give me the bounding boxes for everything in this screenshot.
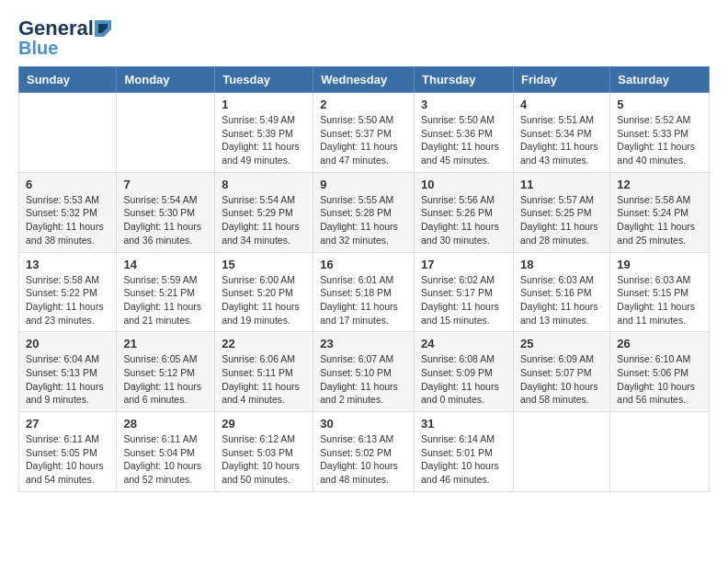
- calendar-cell: 22Sunrise: 6:06 AM Sunset: 5:11 PM Dayli…: [215, 332, 313, 412]
- day-number: 2: [320, 98, 407, 111]
- day-number: 13: [26, 258, 109, 271]
- day-number: 24: [421, 337, 506, 350]
- calendar-week-row: 13Sunrise: 5:58 AM Sunset: 5:22 PM Dayli…: [19, 252, 710, 332]
- calendar-cell: 8Sunrise: 5:54 AM Sunset: 5:29 PM Daylig…: [215, 172, 313, 252]
- day-info: Sunrise: 5:57 AM Sunset: 5:25 PM Dayligh…: [520, 193, 603, 247]
- day-number: 15: [222, 258, 306, 271]
- day-number: 20: [26, 337, 109, 350]
- day-info: Sunrise: 5:58 AM Sunset: 5:22 PM Dayligh…: [26, 273, 109, 327]
- calendar-cell: 28Sunrise: 6:11 AM Sunset: 5:04 PM Dayli…: [117, 412, 215, 492]
- day-number: 28: [123, 417, 208, 431]
- calendar-cell: 9Sunrise: 5:55 AM Sunset: 5:28 PM Daylig…: [313, 172, 415, 252]
- day-info: Sunrise: 6:10 AM Sunset: 5:06 PM Dayligh…: [617, 352, 702, 407]
- day-info: Sunrise: 6:03 AM Sunset: 5:15 PM Dayligh…: [617, 273, 702, 327]
- day-number: 19: [617, 258, 702, 271]
- day-info: Sunrise: 6:00 AM Sunset: 5:20 PM Dayligh…: [222, 273, 306, 327]
- day-number: 21: [123, 337, 208, 350]
- day-number: 11: [520, 178, 603, 191]
- calendar-cell: 21Sunrise: 6:05 AM Sunset: 5:12 PM Dayli…: [117, 332, 215, 412]
- day-info: Sunrise: 6:11 AM Sunset: 5:05 PM Dayligh…: [26, 432, 109, 487]
- calendar-cell: 13Sunrise: 5:58 AM Sunset: 5:22 PM Dayli…: [19, 252, 117, 332]
- day-info: Sunrise: 5:55 AM Sunset: 5:28 PM Dayligh…: [320, 193, 407, 247]
- day-info: Sunrise: 6:02 AM Sunset: 5:17 PM Dayligh…: [421, 273, 506, 327]
- calendar-cell: [117, 93, 215, 173]
- calendar-cell: 2Sunrise: 5:50 AM Sunset: 5:37 PM Daylig…: [313, 93, 415, 173]
- day-number: 1: [222, 98, 306, 111]
- day-number: 6: [26, 178, 109, 191]
- calendar-cell: 19Sunrise: 6:03 AM Sunset: 5:15 PM Dayli…: [610, 252, 710, 332]
- calendar-cell: 10Sunrise: 5:56 AM Sunset: 5:26 PM Dayli…: [415, 172, 514, 252]
- calendar-cell: 30Sunrise: 6:13 AM Sunset: 5:02 PM Dayli…: [313, 412, 415, 492]
- day-number: 25: [520, 337, 603, 350]
- day-info: Sunrise: 5:54 AM Sunset: 5:30 PM Dayligh…: [123, 193, 208, 247]
- calendar-table: SundayMondayTuesdayWednesdayThursdayFrid…: [18, 66, 710, 492]
- col-header-friday: Friday: [513, 67, 609, 93]
- day-number: 30: [320, 417, 407, 431]
- calendar-cell: 6Sunrise: 5:53 AM Sunset: 5:32 PM Daylig…: [19, 172, 117, 252]
- calendar-cell: 1Sunrise: 5:49 AM Sunset: 5:39 PM Daylig…: [215, 93, 313, 173]
- col-header-wednesday: Wednesday: [313, 67, 415, 93]
- day-info: Sunrise: 6:12 AM Sunset: 5:03 PM Dayligh…: [222, 432, 306, 487]
- calendar-header-row: SundayMondayTuesdayWednesdayThursdayFrid…: [19, 67, 710, 93]
- day-number: 4: [520, 98, 603, 111]
- day-info: Sunrise: 5:54 AM Sunset: 5:29 PM Dayligh…: [222, 193, 306, 247]
- calendar-cell: [19, 93, 117, 173]
- day-info: Sunrise: 6:13 AM Sunset: 5:02 PM Dayligh…: [320, 432, 407, 487]
- day-info: Sunrise: 6:06 AM Sunset: 5:11 PM Dayligh…: [222, 352, 306, 407]
- logo-icon: [95, 20, 111, 37]
- calendar-cell: 15Sunrise: 6:00 AM Sunset: 5:20 PM Dayli…: [215, 252, 313, 332]
- day-info: Sunrise: 5:56 AM Sunset: 5:26 PM Dayligh…: [421, 193, 506, 247]
- day-info: Sunrise: 5:51 AM Sunset: 5:34 PM Dayligh…: [520, 113, 603, 167]
- day-info: Sunrise: 6:03 AM Sunset: 5:16 PM Dayligh…: [520, 273, 603, 327]
- day-info: Sunrise: 5:59 AM Sunset: 5:21 PM Dayligh…: [123, 273, 208, 327]
- logo: General Blue: [18, 18, 112, 57]
- logo-blue: Blue: [18, 39, 58, 57]
- calendar-week-row: 6Sunrise: 5:53 AM Sunset: 5:32 PM Daylig…: [19, 172, 710, 252]
- day-number: 12: [617, 178, 702, 191]
- day-info: Sunrise: 5:53 AM Sunset: 5:32 PM Dayligh…: [26, 193, 109, 247]
- calendar-cell: 16Sunrise: 6:01 AM Sunset: 5:18 PM Dayli…: [313, 252, 415, 332]
- col-header-monday: Monday: [117, 67, 215, 93]
- calendar-cell: 24Sunrise: 6:08 AM Sunset: 5:09 PM Dayli…: [415, 332, 514, 412]
- day-number: 22: [222, 337, 306, 350]
- calendar-cell: 31Sunrise: 6:14 AM Sunset: 5:01 PM Dayli…: [415, 412, 514, 492]
- day-info: Sunrise: 5:49 AM Sunset: 5:39 PM Dayligh…: [222, 113, 306, 167]
- day-number: 16: [320, 258, 407, 271]
- day-info: Sunrise: 6:01 AM Sunset: 5:18 PM Dayligh…: [320, 273, 407, 327]
- day-info: Sunrise: 6:05 AM Sunset: 5:12 PM Dayligh…: [123, 352, 208, 407]
- day-number: 5: [617, 98, 702, 111]
- day-number: 3: [421, 98, 506, 111]
- logo-general: General: [18, 18, 94, 39]
- col-header-thursday: Thursday: [415, 67, 514, 93]
- calendar-cell: 27Sunrise: 6:11 AM Sunset: 5:05 PM Dayli…: [19, 412, 117, 492]
- calendar-cell: 17Sunrise: 6:02 AM Sunset: 5:17 PM Dayli…: [415, 252, 514, 332]
- calendar-cell: 11Sunrise: 5:57 AM Sunset: 5:25 PM Dayli…: [513, 172, 609, 252]
- day-info: Sunrise: 6:09 AM Sunset: 5:07 PM Dayligh…: [520, 352, 603, 407]
- day-number: 23: [320, 337, 407, 350]
- day-info: Sunrise: 5:58 AM Sunset: 5:24 PM Dayligh…: [617, 193, 702, 247]
- calendar-cell: 14Sunrise: 5:59 AM Sunset: 5:21 PM Dayli…: [117, 252, 215, 332]
- day-info: Sunrise: 6:14 AM Sunset: 5:01 PM Dayligh…: [421, 432, 506, 487]
- calendar-cell: [513, 412, 609, 492]
- day-number: 14: [123, 258, 208, 271]
- day-info: Sunrise: 5:52 AM Sunset: 5:33 PM Dayligh…: [617, 113, 702, 167]
- calendar-cell: 18Sunrise: 6:03 AM Sunset: 5:16 PM Dayli…: [513, 252, 609, 332]
- page-header: General Blue: [18, 18, 710, 57]
- calendar-cell: 7Sunrise: 5:54 AM Sunset: 5:30 PM Daylig…: [117, 172, 215, 252]
- day-info: Sunrise: 6:08 AM Sunset: 5:09 PM Dayligh…: [421, 352, 506, 407]
- day-info: Sunrise: 6:04 AM Sunset: 5:13 PM Dayligh…: [26, 352, 109, 407]
- calendar-cell: 3Sunrise: 5:50 AM Sunset: 5:36 PM Daylig…: [415, 93, 514, 173]
- calendar-cell: 29Sunrise: 6:12 AM Sunset: 5:03 PM Dayli…: [215, 412, 313, 492]
- calendar-cell: 5Sunrise: 5:52 AM Sunset: 5:33 PM Daylig…: [610, 93, 710, 173]
- calendar-cell: 23Sunrise: 6:07 AM Sunset: 5:10 PM Dayli…: [313, 332, 415, 412]
- day-number: 26: [617, 337, 702, 350]
- day-info: Sunrise: 6:11 AM Sunset: 5:04 PM Dayligh…: [123, 432, 208, 487]
- day-number: 27: [26, 417, 109, 431]
- day-info: Sunrise: 5:50 AM Sunset: 5:37 PM Dayligh…: [320, 113, 407, 167]
- calendar-cell: 26Sunrise: 6:10 AM Sunset: 5:06 PM Dayli…: [610, 332, 710, 412]
- calendar-cell: 12Sunrise: 5:58 AM Sunset: 5:24 PM Dayli…: [610, 172, 710, 252]
- day-number: 7: [123, 178, 208, 191]
- day-number: 10: [421, 178, 506, 191]
- day-number: 8: [222, 178, 306, 191]
- calendar-week-row: 1Sunrise: 5:49 AM Sunset: 5:39 PM Daylig…: [19, 93, 710, 173]
